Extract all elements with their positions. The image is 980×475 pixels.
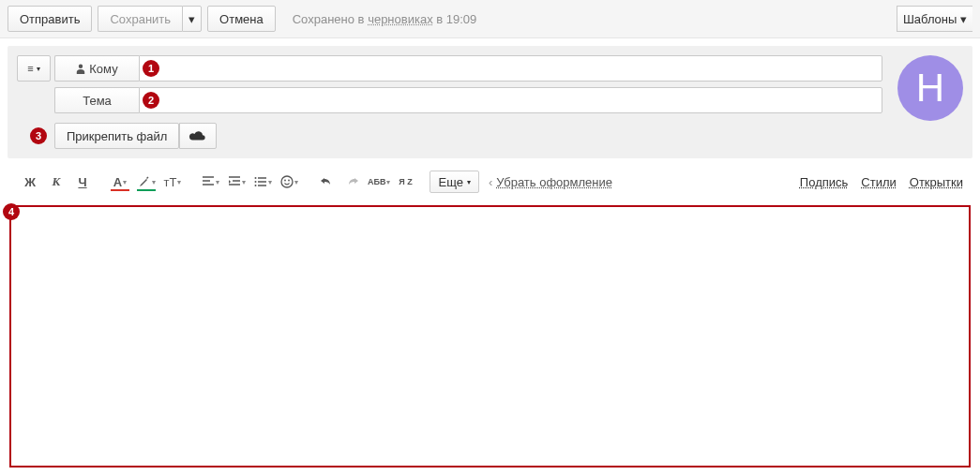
bold-button[interactable]: Ж [17, 170, 43, 194]
caret-down-icon: ▾ [188, 12, 195, 26]
avatar: Н [897, 55, 963, 121]
underline-button[interactable]: Ч [69, 170, 96, 194]
to-field-label[interactable]: Кому [54, 55, 139, 82]
font-color-button[interactable]: А ▾ [107, 170, 133, 194]
caret-down-icon: ▾ [177, 178, 181, 186]
indent-button[interactable]: ▾ [223, 170, 249, 194]
bg-color-button[interactable]: ▾ [133, 170, 159, 194]
redo-icon [346, 176, 359, 187]
list-button[interactable]: ▾ [249, 170, 276, 194]
annotation-badge: 2 [143, 92, 159, 109]
svg-point-4 [284, 180, 286, 182]
align-button[interactable]: ▾ [197, 170, 223, 194]
font-color-swatch [111, 189, 129, 191]
styles-link[interactable]: Стили [861, 175, 896, 189]
caret-down-icon: ▾ [960, 12, 967, 26]
emoji-button[interactable]: ▾ [276, 170, 302, 194]
svg-point-2 [254, 185, 256, 186]
fields-menu-button[interactable]: ≡ ▾ [17, 55, 51, 82]
left-caret-icon: ‹ [489, 175, 492, 189]
translit-button[interactable]: Я Z [392, 170, 418, 194]
svg-point-1 [254, 181, 256, 183]
person-icon [76, 64, 85, 74]
caret-down-icon: ▾ [386, 178, 390, 186]
hamburger-icon: ≡ [27, 63, 33, 74]
save-status: Сохранено в черновиках в 19:09 [293, 12, 477, 26]
smile-icon [280, 175, 294, 188]
to-input[interactable] [139, 55, 882, 82]
redo-button[interactable] [339, 170, 366, 194]
indent-icon [228, 176, 241, 187]
svg-point-5 [288, 180, 290, 182]
subject-field-label[interactable]: Тема [54, 87, 139, 113]
cards-link[interactable]: Открытки [910, 175, 963, 189]
cancel-button[interactable]: Отмена [207, 6, 276, 32]
more-button[interactable]: Еще▾ [430, 171, 478, 193]
signature-link[interactable]: Подпись [800, 175, 848, 189]
svg-point-0 [254, 177, 256, 179]
attach-file-button[interactable]: Прикрепить файл [54, 123, 179, 149]
subject-input[interactable] [139, 87, 882, 113]
caret-down-icon: ▾ [467, 178, 471, 186]
italic-button[interactable]: К [43, 170, 69, 194]
svg-point-3 [281, 176, 293, 187]
message-body-editor[interactable] [9, 205, 971, 468]
cloud-icon [189, 130, 206, 141]
save-dropdown-button[interactable]: ▾ [182, 6, 202, 32]
caret-down-icon: ▾ [152, 178, 156, 186]
undo-button[interactable] [313, 170, 339, 194]
caret-down-icon: ▾ [268, 178, 272, 186]
format-toolbar: Ж К Ч А ▾ ▾ тТ▾ ▾ ▾ ▾ ▾ [8, 166, 972, 200]
caret-down-icon: ▾ [216, 178, 219, 186]
annotation-badge: 3 [30, 127, 47, 144]
caret-down-icon: ▾ [123, 178, 127, 186]
compose-header: ≡ ▾ Кому 1 Тема [8, 46, 972, 158]
spellcheck-button[interactable]: АБВ▾ [366, 170, 392, 194]
attach-cloud-button[interactable] [179, 123, 217, 149]
align-icon [202, 176, 215, 187]
bg-color-swatch [137, 189, 156, 191]
annotation-badge: 1 [143, 60, 159, 77]
templates-button[interactable]: Шаблоны ▾ [897, 6, 972, 32]
caret-down-icon: ▾ [294, 178, 298, 186]
caret-down-icon: ▾ [242, 178, 246, 186]
list-icon [254, 176, 267, 187]
highlighter-icon [138, 175, 151, 188]
clear-format-link[interactable]: Убрать оформление [496, 175, 612, 189]
send-button[interactable]: Отправить [8, 6, 92, 32]
save-button[interactable]: Сохранить [98, 6, 182, 32]
font-size-button[interactable]: тТ▾ [159, 170, 186, 194]
caret-down-icon: ▾ [37, 65, 40, 73]
annotation-badge: 4 [3, 203, 20, 220]
undo-icon [320, 176, 333, 187]
drafts-link[interactable]: черновиках [368, 12, 433, 26]
